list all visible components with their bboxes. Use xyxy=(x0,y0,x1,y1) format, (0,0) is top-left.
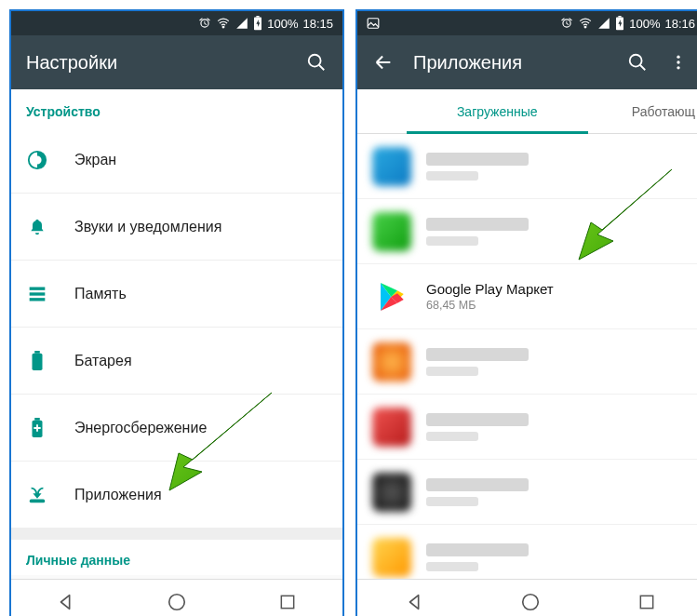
setting-apps[interactable]: Приложения xyxy=(11,462,342,529)
svg-point-3 xyxy=(309,55,321,67)
setting-battery[interactable]: Батарея xyxy=(11,328,342,395)
tab-running[interactable]: Работающ xyxy=(588,89,697,133)
signal-icon xyxy=(235,17,248,30)
list-item[interactable] xyxy=(357,395,697,460)
svg-point-16 xyxy=(584,26,586,28)
clock-time: 18:15 xyxy=(302,17,333,31)
app-bar: Приложения xyxy=(357,35,697,89)
overflow-menu-icon[interactable] xyxy=(667,51,690,74)
svg-rect-5 xyxy=(30,287,46,289)
section-personal: Личные данные xyxy=(11,529,342,575)
list-item[interactable] xyxy=(357,460,697,525)
storage-icon xyxy=(26,285,48,303)
svg-rect-18 xyxy=(619,16,622,18)
svg-rect-11 xyxy=(34,418,40,421)
svg-point-21 xyxy=(677,60,679,63)
nav-bar xyxy=(11,579,342,616)
setting-label: Энергосбережение xyxy=(74,420,207,436)
battery-percent: 100% xyxy=(267,17,298,31)
bell-icon xyxy=(26,217,48,237)
setting-display[interactable]: Экран xyxy=(11,127,342,194)
wifi-icon xyxy=(578,17,593,30)
setting-label: Экран xyxy=(74,152,116,168)
nav-recent-button[interactable] xyxy=(269,587,306,617)
app-name: Google Play Маркет xyxy=(426,281,554,297)
svg-rect-2 xyxy=(257,16,260,18)
nav-home-button[interactable] xyxy=(158,587,195,617)
svg-rect-12 xyxy=(30,499,46,502)
nav-recent-button[interactable] xyxy=(628,587,665,617)
back-arrow-icon[interactable] xyxy=(372,51,395,74)
app-list: Google Play Маркет 68,45 МБ xyxy=(357,134,697,579)
search-icon[interactable] xyxy=(626,51,649,74)
page-title: Настройки xyxy=(26,52,117,74)
setting-label: Память xyxy=(74,286,127,302)
alarm-icon xyxy=(560,17,573,30)
apps-screen: 100% 18:16 Приложения Загруженные Раб xyxy=(355,9,697,616)
svg-rect-24 xyxy=(640,596,652,608)
battery-icon xyxy=(615,16,624,31)
nav-back-button[interactable] xyxy=(396,587,434,617)
setting-batterysaver[interactable]: Энергосбережение xyxy=(11,395,342,462)
nav-bar xyxy=(357,579,697,616)
alarm-icon xyxy=(198,17,211,30)
battery-percent: 100% xyxy=(629,17,660,31)
list-item[interactable] xyxy=(357,134,697,199)
page-title: Приложения xyxy=(413,52,522,74)
section-device: Устройство xyxy=(11,89,342,127)
battery-icon xyxy=(253,16,262,31)
app-bar: Настройки xyxy=(11,35,342,89)
setting-label: Приложения xyxy=(74,487,162,503)
svg-point-19 xyxy=(630,55,642,67)
google-play-icon xyxy=(372,277,411,316)
search-icon[interactable] xyxy=(305,51,328,74)
signal-icon xyxy=(597,17,610,30)
status-bar: 100% 18:15 xyxy=(11,11,342,35)
picture-icon xyxy=(367,17,380,30)
svg-point-22 xyxy=(677,66,679,69)
svg-rect-9 xyxy=(34,351,40,354)
setting-label: Батарея xyxy=(74,353,132,369)
tab-downloaded[interactable]: Загруженные xyxy=(407,89,588,133)
batterysaver-icon xyxy=(26,418,48,438)
app-size: 68,45 МБ xyxy=(426,299,554,312)
display-icon xyxy=(26,150,48,170)
list-item[interactable] xyxy=(357,525,697,579)
setting-storage[interactable]: Память xyxy=(11,261,342,328)
setting-sound[interactable]: Звуки и уведомления xyxy=(11,194,342,261)
settings-list: Устройство Экран Звуки и уведомления Пам… xyxy=(11,89,342,579)
list-item-google-play[interactable]: Google Play Маркет 68,45 МБ xyxy=(357,264,697,329)
clock-time: 18:16 xyxy=(664,17,695,31)
nav-back-button[interactable] xyxy=(47,587,85,617)
nav-home-button[interactable] xyxy=(512,587,549,617)
svg-point-23 xyxy=(523,594,539,609)
apps-icon xyxy=(26,485,48,505)
svg-point-20 xyxy=(677,56,679,59)
settings-screen: 100% 18:15 Настройки Устройство Экран xyxy=(9,9,344,616)
svg-rect-7 xyxy=(30,298,46,301)
svg-rect-14 xyxy=(281,596,293,608)
battery-icon xyxy=(26,351,48,371)
wifi-icon xyxy=(216,17,231,30)
status-bar: 100% 18:16 xyxy=(357,11,697,35)
svg-point-13 xyxy=(169,594,185,609)
svg-rect-15 xyxy=(368,19,379,29)
setting-label: Звуки и уведомления xyxy=(74,219,221,235)
list-item[interactable] xyxy=(357,199,697,264)
svg-rect-6 xyxy=(30,292,46,295)
svg-rect-8 xyxy=(33,353,43,369)
svg-point-0 xyxy=(222,26,224,28)
tabs: Загруженные Работающ xyxy=(357,89,697,134)
list-item[interactable] xyxy=(357,329,697,395)
